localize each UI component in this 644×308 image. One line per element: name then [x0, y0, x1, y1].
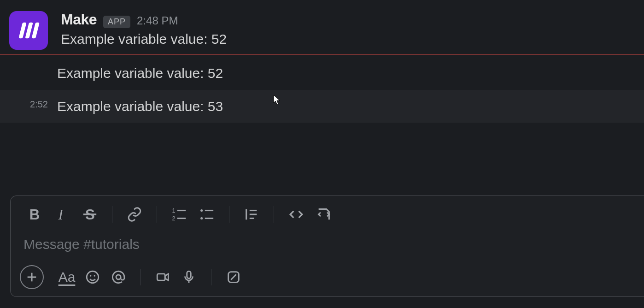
- video-button[interactable]: [150, 265, 176, 289]
- sender-name[interactable]: Make: [61, 11, 97, 28]
- toggle-format-button[interactable]: Aa: [54, 265, 80, 289]
- ordered-list-button[interactable]: 1 2: [165, 202, 193, 226]
- message-list: Make APP 2:48 PM Example variable value:…: [0, 0, 644, 123]
- blockquote-button[interactable]: [238, 202, 265, 226]
- mention-button[interactable]: [105, 265, 131, 289]
- italic-icon: I: [54, 207, 70, 222]
- bold-button[interactable]: B: [21, 202, 48, 226]
- blockquote-icon: [244, 207, 259, 222]
- attach-button[interactable]: [20, 265, 44, 289]
- toolbar-separator: [211, 269, 211, 285]
- codeblock-icon: [316, 207, 332, 222]
- new-messages-divider: [0, 54, 644, 55]
- message-main: Make APP 2:48 PM Example variable value:…: [61, 11, 635, 49]
- svg-rect-0: [18, 23, 26, 39]
- message-row: Make APP 2:48 PM Example variable value:…: [0, 9, 644, 52]
- toolbar-separator: [157, 206, 157, 223]
- svg-point-11: [200, 209, 203, 212]
- unordered-list-icon: [199, 207, 215, 222]
- link-icon: [127, 207, 142, 222]
- bold-icon: B: [27, 207, 42, 222]
- message-row: Example variable value: 52: [0, 57, 644, 90]
- compose-input-row: [11, 233, 644, 262]
- svg-rect-2: [32, 23, 40, 39]
- svg-text:I: I: [58, 207, 64, 222]
- strikethrough-icon: S: [82, 207, 98, 222]
- svg-text:2: 2: [172, 215, 175, 222]
- message-timestamp[interactable]: 2:48 PM: [137, 14, 178, 27]
- code-button[interactable]: [282, 202, 310, 226]
- svg-rect-25: [157, 274, 165, 280]
- toolbar-separator: [141, 269, 141, 285]
- format-icon: Aa: [59, 269, 76, 285]
- microphone-icon: [181, 269, 197, 285]
- message-text: Example variable value: 53: [57, 96, 635, 117]
- message-gutter: 2:52: [9, 96, 57, 110]
- svg-text:1: 1: [172, 207, 175, 214]
- message-timestamp-hover: 2:52: [30, 99, 48, 110]
- svg-point-23: [94, 275, 95, 276]
- toolbar-separator: [112, 206, 112, 223]
- strikethrough-button[interactable]: S: [76, 202, 104, 226]
- format-toolbar: B I S 1 2: [11, 196, 644, 233]
- svg-rect-26: [187, 271, 191, 278]
- video-icon: [155, 269, 171, 285]
- message-main: Example variable value: 53: [57, 96, 635, 117]
- link-button[interactable]: [121, 202, 148, 226]
- svg-point-24: [116, 275, 121, 279]
- svg-text:B: B: [29, 207, 40, 222]
- plus-icon: [25, 271, 38, 284]
- emoji-button[interactable]: [80, 265, 105, 289]
- svg-point-22: [90, 275, 91, 276]
- message-text: Example variable value: 52: [57, 63, 635, 83]
- codeblock-button[interactable]: [310, 202, 338, 226]
- message-input[interactable]: [23, 237, 634, 252]
- make-logo-icon: [17, 18, 41, 42]
- message-gutter: [9, 63, 57, 66]
- svg-point-21: [87, 271, 99, 283]
- ordered-list-icon: 1 2: [171, 207, 187, 222]
- mention-icon: [111, 269, 126, 285]
- sender-avatar[interactable]: [9, 11, 48, 50]
- svg-point-12: [200, 217, 203, 219]
- svg-line-29: [231, 274, 236, 279]
- message-header: Make APP 2:48 PM: [61, 11, 635, 28]
- unordered-list-button[interactable]: [193, 202, 221, 226]
- composer-actions: Aa: [11, 262, 644, 296]
- toolbar-separator: [274, 206, 274, 223]
- emoji-icon: [85, 269, 100, 285]
- italic-button[interactable]: I: [48, 202, 76, 226]
- shortcuts-button[interactable]: [221, 265, 246, 289]
- app-badge: APP: [103, 16, 130, 28]
- code-icon: [288, 207, 304, 222]
- message-text: Example variable value: 52: [61, 29, 635, 49]
- microphone-button[interactable]: [176, 265, 202, 289]
- message-composer: B I S 1 2: [10, 195, 644, 297]
- message-main: Example variable value: 52: [57, 63, 635, 83]
- svg-rect-1: [25, 23, 33, 39]
- shortcut-icon: [226, 269, 241, 285]
- message-row[interactable]: 2:52 Example variable value: 53: [0, 90, 644, 123]
- toolbar-separator: [229, 206, 229, 223]
